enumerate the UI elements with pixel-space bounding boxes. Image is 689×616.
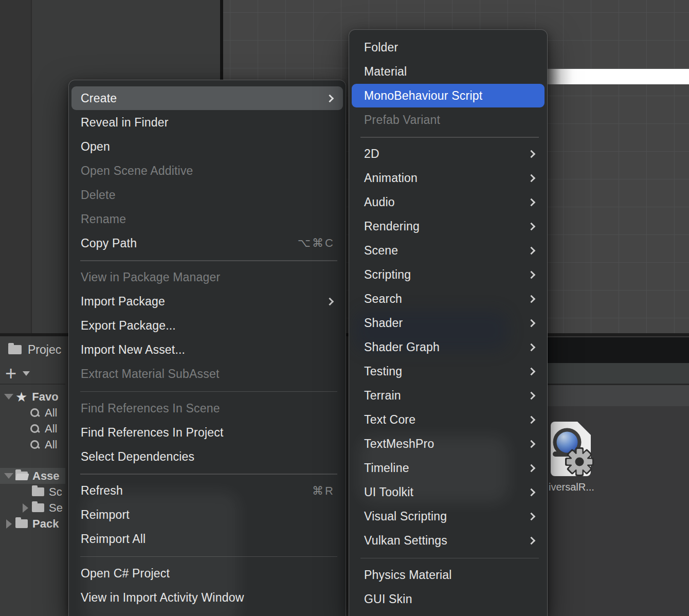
submenu-item-audio[interactable]: Audio [352, 191, 545, 214]
submenu-item-ui-toolkit[interactable]: UI Toolkit [352, 481, 545, 504]
tree-item-label: Sc [49, 485, 62, 499]
menu-item-label: Text Core [364, 413, 415, 427]
menu-item-label: Search [364, 292, 402, 306]
menu-item-label: Open Scene Additive [81, 164, 193, 178]
submenu-chevron-icon [528, 392, 536, 400]
menu-item-label: Copy Path [81, 237, 137, 250]
expander-open-icon[interactable] [2, 394, 15, 400]
menu-item-label: Rendering [364, 220, 420, 233]
context-menu-item-find-references-in-scene[interactable]: Find References In Scene [71, 396, 343, 420]
context-menu-item-view-in-package-manager[interactable]: View in Package Manager [71, 266, 343, 289]
context-menu-item-view-in-import-activity-window[interactable]: View in Import Activity Window [71, 586, 343, 609]
tree-item-all[interactable]: All [0, 421, 65, 437]
submenu-chevron-icon [528, 319, 536, 328]
submenu-item-text-core[interactable]: Text Core [352, 408, 545, 432]
context-menu-item-import-new-asset[interactable]: Import New Asset... [71, 338, 343, 362]
context-menu-item-select-dependencies[interactable]: Select Dependencies [71, 445, 343, 468]
tree-item-label: All [45, 438, 57, 451]
submenu-item-timeline[interactable]: Timeline [352, 457, 545, 480]
submenu-item-scripting[interactable]: Scripting [352, 263, 545, 287]
context-menu: CreateReveal in FinderOpenOpen Scene Add… [68, 80, 346, 616]
context-menu-item-copy-path[interactable]: Copy Path⌥⌘C [71, 231, 343, 255]
context-menu-item-open-scene-additive[interactable]: Open Scene Additive [71, 159, 343, 183]
expander-closed-icon[interactable] [19, 503, 32, 513]
submenu-chevron-icon [528, 174, 536, 183]
tree-item-all[interactable]: All [0, 437, 65, 452]
menu-item-label: Scene [364, 244, 398, 258]
submenu-chevron-icon [528, 513, 536, 521]
context-menu-item-find-references-in-project[interactable]: Find References In Project [71, 421, 343, 444]
submenu-chevron-icon [528, 150, 536, 158]
unity-editor-screen: Projec + ★FavoAllAllAllAsseScSePack [0, 0, 689, 616]
folder-icon [32, 487, 44, 496]
submenu-chevron-icon [326, 298, 334, 306]
submenu-item-search[interactable]: Search [352, 287, 545, 311]
submenu-item-physics-material[interactable]: Physics Material [352, 563, 545, 587]
tree-item-favo[interactable]: ★Favo [0, 389, 65, 405]
context-menu-item-reimport-all[interactable]: Reimport All [71, 528, 343, 551]
submenu-item-folder[interactable]: Folder [352, 35, 545, 59]
context-menu-item-create[interactable]: Create [71, 86, 343, 110]
submenu-item-shader-graph[interactable]: Shader Graph [352, 336, 545, 359]
add-asset-button[interactable]: + [5, 364, 16, 383]
context-menu-item-extract-material-subasset[interactable]: Extract Material SubAsset [71, 363, 343, 386]
submenu-chevron-icon [528, 343, 536, 352]
shortcut-label: ⌘R [312, 484, 335, 498]
submenu-item-animation[interactable]: Animation [352, 167, 545, 190]
folder-icon [32, 503, 44, 512]
tree-item-pack[interactable]: Pack [0, 516, 65, 532]
submenu-item-testing[interactable]: Testing [352, 360, 545, 384]
menu-separator [360, 137, 539, 138]
context-menu-item-import-package[interactable]: Import Package [71, 290, 343, 314]
project-tab[interactable]: Projec [0, 336, 65, 363]
menu-separator [80, 474, 337, 475]
submenu-item-shader[interactable]: Shader [352, 312, 545, 335]
asset-item-universal-render-pipeline[interactable]: iversalR... [549, 420, 600, 493]
submenu-item-2d[interactable]: 2D [352, 142, 545, 166]
submenu-chevron-icon [528, 368, 536, 376]
context-menu-item-open-c-project[interactable]: Open C# Project [71, 561, 343, 585]
submenu-item-vulkan-settings[interactable]: Vulkan Settings [352, 529, 545, 553]
submenu-item-scene[interactable]: Scene [352, 239, 545, 263]
menu-item-label: Visual Scripting [364, 510, 447, 523]
context-menu-item-rename[interactable]: Rename [71, 207, 343, 231]
menu-item-label: 2D [364, 147, 379, 161]
triangle-icon [4, 473, 13, 479]
submenu-item-material[interactable]: Material [352, 60, 545, 83]
menu-item-label: Find References In Scene [81, 402, 220, 415]
submenu-item-terrain[interactable]: Terrain [352, 384, 545, 408]
submenu-item-rendering[interactable]: Rendering [352, 215, 545, 239]
menu-item-label: Refresh [81, 484, 123, 498]
context-menu-item-reimport[interactable]: Reimport [71, 503, 343, 527]
menu-item-label: Open C# Project [81, 567, 170, 581]
tree-item-se[interactable]: Se [0, 500, 65, 516]
context-menu-item-delete[interactable]: Delete [71, 183, 343, 207]
menu-item-label: Physics Material [364, 568, 452, 582]
menu-item-label: View in Package Manager [81, 270, 220, 284]
menu-item-label: Reimport All [81, 532, 146, 546]
submenu-item-visual-scripting[interactable]: Visual Scripting [352, 505, 545, 529]
submenu-item-monobehaviour-script[interactable]: MonoBehaviour Script [352, 84, 545, 107]
menu-item-label: Terrain [364, 389, 401, 403]
context-menu-item-reveal-in-finder[interactable]: Reveal in Finder [71, 111, 343, 134]
tree-item-sc[interactable]: Sc [0, 484, 65, 500]
project-tab-label: Projec [28, 343, 61, 357]
context-menu-item-export-package[interactable]: Export Package... [71, 314, 343, 338]
menu-item-label: Rename [81, 212, 126, 226]
menu-separator [80, 260, 337, 261]
tree-item-asse[interactable]: Asse [0, 468, 65, 484]
context-menu-item-open[interactable]: Open [71, 135, 343, 158]
menu-item-label: Audio [364, 195, 395, 209]
submenu-item-gui-skin[interactable]: GUI Skin [352, 587, 545, 611]
menu-item-label: Create [81, 92, 117, 105]
submenu-item-prefab-variant[interactable]: Prefab Variant [352, 108, 545, 132]
expander-closed-icon[interactable] [2, 519, 15, 529]
triangle-icon [6, 519, 12, 529]
context-menu-item-refresh[interactable]: Refresh⌘R [71, 479, 343, 503]
chevron-down-icon[interactable] [23, 371, 30, 376]
expander-open-icon[interactable] [2, 473, 15, 479]
tree-item-all[interactable]: All [0, 405, 65, 421]
submenu-chevron-icon [528, 488, 536, 497]
submenu-item-textmeshpro[interactable]: TextMeshPro [352, 432, 545, 456]
menu-item-label: Testing [364, 365, 402, 378]
